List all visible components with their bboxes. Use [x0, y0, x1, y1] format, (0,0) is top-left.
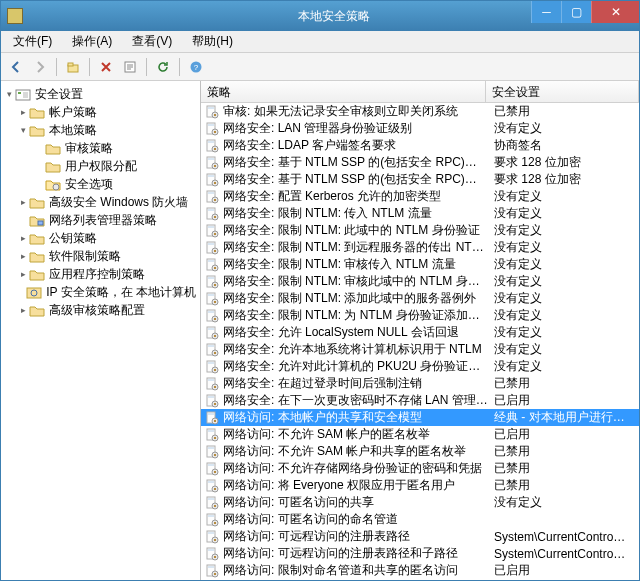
policy-name: 网络访问: 可匿名访问的命名管道 — [221, 511, 488, 528]
expand-icon[interactable]: ▸ — [17, 197, 29, 207]
expand-icon[interactable]: ▾ — [3, 89, 15, 99]
svg-rect-111 — [214, 522, 216, 524]
up-button[interactable] — [62, 56, 84, 78]
policy-list[interactable]: 审核: 如果无法记录安全审核则立即关闭系统已禁用网络安全: LAN 管理器身份验… — [201, 103, 639, 580]
policy-name: 审核: 如果无法记录安全审核则立即关闭系统 — [221, 103, 488, 120]
policy-row[interactable]: 网络安全: 配置 Kerberos 允许的加密类型没有定义 — [201, 188, 639, 205]
expand-icon[interactable]: ▸ — [17, 269, 29, 279]
policy-setting: 没有定义 — [488, 273, 639, 290]
policy-row[interactable]: 网络访问: 将 Everyone 权限应用于匿名用户已禁用 — [201, 477, 639, 494]
maximize-button[interactable]: ▢ — [561, 1, 591, 23]
column-policy[interactable]: 策略 — [201, 81, 486, 102]
policy-setting: 已启用 — [488, 562, 639, 579]
svg-rect-99 — [214, 471, 216, 473]
policy-icon — [203, 139, 221, 153]
policy-row[interactable]: 网络访问: 可远程访问的注册表路径System\CurrentContro… — [201, 528, 639, 545]
policy-row[interactable]: 网络安全: 限制 NTLM: 审核传入 NTLM 流量没有定义 — [201, 256, 639, 273]
policy-row[interactable]: 网络安全: LAN 管理器身份验证级别没有定义 — [201, 120, 639, 137]
policy-row[interactable]: 网络安全: 在超过登录时间后强制注销已禁用 — [201, 375, 639, 392]
folder-icon — [29, 195, 45, 209]
column-setting[interactable]: 安全设置 — [486, 81, 639, 102]
policy-row[interactable]: 网络安全: 限制 NTLM: 审核此域中的 NTLM 身份验证没有定义 — [201, 273, 639, 290]
tree-item[interactable]: ▸软件限制策略 — [1, 247, 200, 265]
tree-item[interactable]: ▾本地策略 — [1, 121, 200, 139]
policy-row[interactable]: 网络安全: 基于 NTLM SSP 的(包括安全 RPC)服务器的最小…要求 1… — [201, 154, 639, 171]
refresh-button[interactable] — [152, 56, 174, 78]
policy-name: 网络安全: 基于 NTLM SSP 的(包括安全 RPC)客户端的最小… — [221, 171, 488, 188]
tree-item[interactable]: ▸公钥策略 — [1, 229, 200, 247]
policy-row[interactable]: 网络访问: 限制对命名管道和共享的匿名访问已启用 — [201, 562, 639, 579]
expand-icon[interactable]: ▸ — [17, 233, 29, 243]
back-button[interactable] — [5, 56, 27, 78]
policy-icon — [203, 326, 221, 340]
policy-row[interactable]: 网络访问: 可匿名访问的共享没有定义 — [201, 494, 639, 511]
policy-icon — [203, 547, 221, 561]
expand-icon[interactable]: ▾ — [17, 125, 29, 135]
svg-rect-13 — [208, 107, 214, 109]
tree-item[interactable]: 用户权限分配 — [1, 157, 200, 175]
policy-row[interactable]: 网络安全: LDAP 客户端签名要求协商签名 — [201, 137, 639, 154]
minimize-button[interactable]: ─ — [531, 1, 561, 23]
forward-button[interactable] — [29, 56, 51, 78]
tree-item[interactable]: 网络列表管理器策略 — [1, 211, 200, 229]
svg-rect-77 — [208, 379, 214, 381]
tree-item[interactable]: 审核策略 — [1, 139, 200, 157]
policy-name: 网络安全: 限制 NTLM: 传入 NTLM 流量 — [221, 205, 488, 222]
svg-rect-29 — [208, 175, 214, 177]
help-button[interactable]: ? — [185, 56, 207, 78]
expand-icon[interactable]: ▸ — [17, 107, 29, 117]
policy-row[interactable]: 网络访问: 本地帐户的共享和安全模型经典 - 对本地用户进行… — [201, 409, 639, 426]
policy-name: 网络安全: 配置 Kerberos 允许的加密类型 — [221, 188, 488, 205]
policy-row[interactable]: 网络访问: 不允许 SAM 帐户和共享的匿名枚举已禁用 — [201, 443, 639, 460]
policy-row[interactable]: 网络访问: 可匿名访问的命名管道 — [201, 511, 639, 528]
policy-row[interactable]: 网络安全: 允许对此计算机的 PKU2U 身份验证请求使用联…没有定义 — [201, 358, 639, 375]
policy-name: 网络安全: 允许 LocalSystem NULL 会话回退 — [221, 324, 488, 341]
tree-item[interactable]: 安全选项 — [1, 175, 200, 193]
titlebar[interactable]: 本地安全策略 ─ ▢ ✕ — [1, 1, 639, 31]
expand-icon[interactable]: ▸ — [17, 251, 29, 261]
tree-item[interactable]: ▸高级审核策略配置 — [1, 301, 200, 319]
policy-row[interactable]: 网络安全: 限制 NTLM: 传入 NTLM 流量没有定义 — [201, 205, 639, 222]
tree-item[interactable]: IP 安全策略，在 本地计算机 — [1, 283, 200, 301]
policy-setting: 没有定义 — [488, 358, 639, 375]
menu-help[interactable]: 帮助(H) — [184, 31, 241, 52]
policy-name: 网络访问: 可远程访问的注册表路径 — [221, 528, 488, 545]
policy-row[interactable]: 网络安全: 允许 LocalSystem NULL 会话回退没有定义 — [201, 324, 639, 341]
tree-item-label: 审核策略 — [65, 140, 113, 157]
close-button[interactable]: ✕ — [591, 1, 639, 23]
delete-button[interactable] — [95, 56, 117, 78]
expand-icon[interactable]: ▸ — [17, 305, 29, 315]
svg-rect-123 — [214, 573, 216, 575]
policy-row[interactable]: 审核: 如果无法记录安全审核则立即关闭系统已禁用 — [201, 103, 639, 120]
tree-item[interactable]: ▸高级安全 Windows 防火墙 — [1, 193, 200, 211]
policy-row[interactable]: 网络安全: 限制 NTLM: 为 NTLM 身份验证添加远程服务器…没有定义 — [201, 307, 639, 324]
svg-rect-79 — [214, 386, 216, 388]
policy-row[interactable]: 网络安全: 在下一次更改密码时不存储 LAN 管理器哈希值已启用 — [201, 392, 639, 409]
policy-row[interactable]: 网络访问: 可远程访问的注册表路径和子路径System\CurrentContr… — [201, 545, 639, 562]
policy-row[interactable]: 网络安全: 允许本地系统将计算机标识用于 NTLM没有定义 — [201, 341, 639, 358]
menu-action[interactable]: 操作(A) — [64, 31, 120, 52]
tree-item[interactable]: ▾安全设置 — [1, 85, 200, 103]
policy-setting: 已启用 — [488, 426, 639, 443]
policy-setting: 要求 128 位加密 — [488, 171, 639, 188]
menu-file[interactable]: 文件(F) — [5, 31, 60, 52]
tree-item[interactable]: ▸应用程序控制策略 — [1, 265, 200, 283]
policy-row[interactable]: 网络安全: 限制 NTLM: 添加此域中的服务器例外没有定义 — [201, 290, 639, 307]
folder-icon — [29, 213, 45, 227]
svg-rect-103 — [214, 488, 216, 490]
policy-row[interactable]: 网络访问: 不允许存储网络身份验证的密码和凭据已禁用 — [201, 460, 639, 477]
policy-row[interactable]: 网络安全: 限制 NTLM: 到远程服务器的传出 NTLM 流量没有定义 — [201, 239, 639, 256]
list-header[interactable]: 策略 安全设置 — [201, 81, 639, 103]
tree-item[interactable]: ▸帐户策略 — [1, 103, 200, 121]
policy-setting: 要求 128 位加密 — [488, 154, 639, 171]
menu-view[interactable]: 查看(V) — [124, 31, 180, 52]
policy-setting: 没有定义 — [488, 290, 639, 307]
policy-row[interactable]: 网络访问: 不允许 SAM 帐户的匿名枚举已启用 — [201, 426, 639, 443]
svg-rect-115 — [214, 539, 216, 541]
properties-button[interactable] — [119, 56, 141, 78]
folder-icon — [29, 123, 45, 137]
policy-row[interactable]: 网络安全: 基于 NTLM SSP 的(包括安全 RPC)客户端的最小…要求 1… — [201, 171, 639, 188]
svg-rect-21 — [208, 141, 214, 143]
policy-row[interactable]: 网络安全: 限制 NTLM: 此域中的 NTLM 身份验证没有定义 — [201, 222, 639, 239]
tree-view[interactable]: ▾安全设置▸帐户策略▾本地策略审核策略用户权限分配安全选项▸高级安全 Windo… — [1, 81, 201, 580]
